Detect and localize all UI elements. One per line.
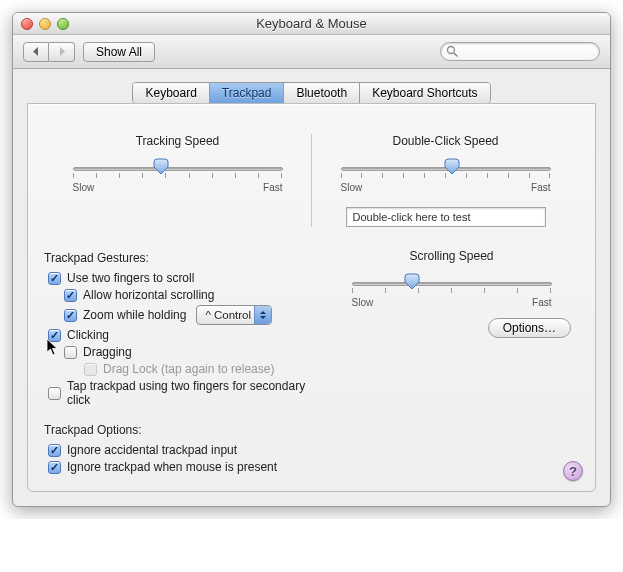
svg-point-0 <box>448 47 455 54</box>
tracking-speed-group: Tracking Speed Slow Fast <box>44 134 312 227</box>
dragging-row[interactable]: Dragging <box>64 345 324 359</box>
doubleclick-max-label: Fast <box>531 182 550 193</box>
zoom-modifier-value: ^ Control <box>205 309 251 321</box>
ignore-mouse-row[interactable]: Ignore trackpad when mouse is present <box>48 460 324 474</box>
clicking-row[interactable]: Clicking <box>48 328 324 342</box>
secondary-tap-row[interactable]: Tap trackpad using two fingers for secon… <box>48 379 324 407</box>
help-button[interactable]: ? <box>563 461 583 481</box>
doubleclick-test-field[interactable] <box>346 207 546 227</box>
horizontal-scroll-row[interactable]: Allow horizontal scrolling <box>64 288 324 302</box>
ignore-mouse-label: Ignore trackpad when mouse is present <box>67 460 277 474</box>
drag-lock-row: Drag Lock (tap again to release) <box>84 362 324 376</box>
zoom-hold-row[interactable]: Zoom while holding ^ Control <box>64 305 324 325</box>
svg-line-1 <box>454 53 457 56</box>
search-icon <box>446 45 458 60</box>
forward-button[interactable] <box>49 42 75 62</box>
scrolling-speed-label: Scrolling Speed <box>409 249 493 263</box>
content: Keyboard Trackpad Bluetooth Keyboard Sho… <box>13 69 610 506</box>
show-all-button[interactable]: Show All <box>83 42 155 62</box>
ignore-accidental-row[interactable]: Ignore accidental trackpad input <box>48 443 324 457</box>
slider-thumb-icon[interactable] <box>404 273 420 290</box>
drag-lock-label: Drag Lock (tap again to release) <box>103 362 274 376</box>
clicking-checkbox[interactable] <box>48 329 61 342</box>
secondary-tap-checkbox[interactable] <box>48 387 61 400</box>
trackpad-panel: Tracking Speed Slow Fast Double-Clic <box>27 103 596 492</box>
tab-keyboard[interactable]: Keyboard <box>133 83 209 103</box>
select-arrows-icon <box>254 306 271 324</box>
scrolling-speed-group: Scrolling Speed Slow Fast Options… <box>324 235 579 477</box>
doubleclick-speed-label: Double-Click Speed <box>392 134 498 148</box>
ignore-accidental-checkbox[interactable] <box>48 444 61 457</box>
zoom-hold-label: Zoom while holding <box>83 308 186 322</box>
prefs-window: Keyboard & Mouse Show All Keyboard Track… <box>12 12 611 507</box>
slider-thumb-icon[interactable] <box>153 158 169 175</box>
scrolling-min-label: Slow <box>352 297 374 308</box>
scrolling-max-label: Fast <box>532 297 551 308</box>
tracking-speed-label: Tracking Speed <box>136 134 220 148</box>
search-wrap <box>440 42 600 61</box>
nav-segment <box>23 42 75 62</box>
tab-keyboard-shortcuts[interactable]: Keyboard Shortcuts <box>360 83 489 103</box>
horizontal-scroll-checkbox[interactable] <box>64 289 77 302</box>
zoom-modifier-select[interactable]: ^ Control <box>196 305 272 325</box>
gestures-column: Trackpad Gestures: Use two fingers to sc… <box>44 235 324 477</box>
search-input[interactable] <box>440 42 600 61</box>
two-finger-scroll-label: Use two fingers to scroll <box>67 271 194 285</box>
close-icon[interactable] <box>21 18 33 30</box>
dragging-checkbox[interactable] <box>64 346 77 359</box>
gestures-heading: Trackpad Gestures: <box>44 251 324 265</box>
ignore-accidental-label: Ignore accidental trackpad input <box>67 443 237 457</box>
speed-sliders: Tracking Speed Slow Fast Double-Clic <box>44 134 579 227</box>
scrolling-speed-slider[interactable] <box>352 275 552 293</box>
zoom-hold-checkbox[interactable] <box>64 309 77 322</box>
zoom-icon[interactable] <box>57 18 69 30</box>
tracking-min-label: Slow <box>73 182 95 193</box>
tracking-max-label: Fast <box>263 182 282 193</box>
minimize-icon[interactable] <box>39 18 51 30</box>
toolbar: Show All <box>13 35 610 69</box>
chevron-right-icon <box>58 47 66 56</box>
horizontal-scroll-label: Allow horizontal scrolling <box>83 288 214 302</box>
ignore-mouse-checkbox[interactable] <box>48 461 61 474</box>
slider-thumb-icon[interactable] <box>444 158 460 175</box>
drag-lock-checkbox <box>84 363 97 376</box>
window-controls <box>13 18 69 30</box>
tracking-speed-slider[interactable] <box>73 160 283 178</box>
two-finger-scroll-checkbox[interactable] <box>48 272 61 285</box>
doubleclick-min-label: Slow <box>341 182 363 193</box>
back-button[interactable] <box>23 42 49 62</box>
secondary-tap-label: Tap trackpad using two fingers for secon… <box>67 379 324 407</box>
tab-bar: Keyboard Trackpad Bluetooth Keyboard Sho… <box>132 82 490 104</box>
two-finger-scroll-row[interactable]: Use two fingers to scroll <box>48 271 324 285</box>
tab-bluetooth[interactable]: Bluetooth <box>284 83 360 103</box>
doubleclick-speed-slider[interactable] <box>341 160 551 178</box>
tab-trackpad[interactable]: Trackpad <box>210 83 285 103</box>
window-title: Keyboard & Mouse <box>13 16 610 31</box>
zoom-options-button[interactable]: Options… <box>488 318 571 338</box>
dragging-label: Dragging <box>83 345 132 359</box>
titlebar: Keyboard & Mouse <box>13 13 610 35</box>
clicking-label: Clicking <box>67 328 109 342</box>
doubleclick-speed-group: Double-Click Speed Slow Fast <box>312 134 579 227</box>
options-heading: Trackpad Options: <box>44 423 324 437</box>
chevron-left-icon <box>32 47 40 56</box>
